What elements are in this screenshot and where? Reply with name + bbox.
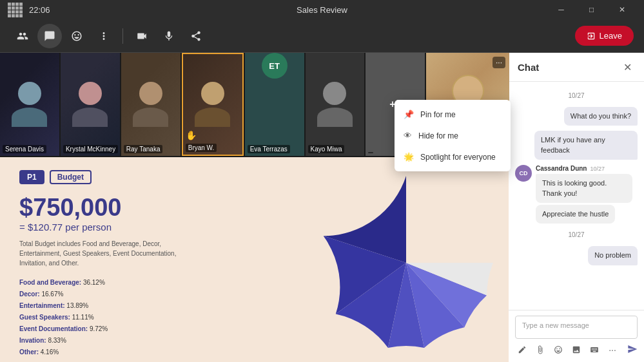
more-button[interactable] [92, 24, 116, 48]
msg-bubble-right-2: LMK if you have any feedback [534, 131, 638, 160]
pie-chart [319, 176, 493, 350]
camera-button[interactable] [130, 24, 154, 48]
spotlight-icon: 🌟 [404, 152, 414, 162]
keyboard-button[interactable] [587, 343, 601, 357]
msg-left-cassandra: CD Cassandra Dunn 10/27 This is looking … [515, 165, 638, 224]
item-food-label: Food and Beverage: [19, 279, 83, 286]
context-spotlight-label: Spotlight for everyone [420, 153, 496, 162]
msg-date-1: 10/27 [515, 92, 638, 99]
pie-chart-container [316, 170, 496, 356]
send-button[interactable] [627, 344, 638, 356]
item-speakers-label: Guest Speakers: [19, 314, 72, 321]
format-button[interactable] [515, 343, 529, 357]
attach-button[interactable] [533, 343, 547, 357]
item-decor-label: Decor: [19, 291, 41, 298]
context-hide[interactable]: 👁 Hide for me [395, 125, 511, 146]
item-invation-label: Invation: [19, 337, 48, 344]
participant-label-serena: Serena Davis [3, 145, 46, 153]
msg-bubble-right-3: No problem [588, 246, 638, 265]
msg-cassandra-1: This is looking good. Thank you! [536, 174, 632, 203]
item-other-label: Other: [19, 348, 41, 356]
hide-icon: 👁 [404, 131, 412, 140]
image-button[interactable] [569, 343, 583, 357]
participant-label-bryan: Bryan W. [186, 144, 217, 152]
divider [122, 28, 123, 44]
chat-input-area: Type a new message ··· [509, 310, 644, 362]
msg-cassandra-2: Appreciate the hustle [536, 205, 615, 224]
video-area: Serena Davis Krystal McKinney Ray Tanaka [0, 53, 509, 362]
chat-messages: 10/27 What do you think? LMK if you have… [509, 82, 644, 310]
participant-kayo[interactable]: Kayo Miwa [306, 53, 365, 156]
window-controls: ─ □ ✕ [547, 0, 636, 19]
chat-close-button[interactable]: ✕ [620, 59, 635, 75]
context-pin-label: Pin for me [420, 110, 456, 119]
more-tools-button[interactable]: ··· [605, 343, 620, 357]
participant-krystal[interactable]: Krystal McKinney [61, 53, 120, 156]
chat-input-box[interactable]: Type a new message [515, 316, 638, 339]
maximize-button[interactable]: □ [577, 0, 606, 19]
context-spotlight[interactable]: 🌟 Spotlight for everyone [395, 146, 511, 167]
msg-time-cassandra: 10/27 [590, 166, 605, 172]
chat-panel: Chat ✕ 10/27 What do you think? LMK if y… [509, 53, 644, 362]
participant-ray[interactable]: Ray Tanaka [121, 53, 181, 156]
pin-icon: 📌 [404, 110, 414, 119]
hand-raised-icon: ✋ [186, 130, 197, 140]
chat-header: Chat ✕ [509, 53, 644, 82]
msg-bubble-right-1: What do you think? [564, 107, 638, 126]
participant-eva[interactable]: ET Eva Terrazas [245, 53, 304, 156]
chat-placeholder: Type a new message [522, 321, 589, 329]
title-bar: 22:06 Sales Review ─ □ ✕ [0, 0, 644, 19]
controls-left [10, 24, 208, 48]
chat-button[interactable] [37, 24, 62, 48]
participant-label-krystal: Krystal McKinney [63, 145, 118, 153]
leave-button[interactable]: Leave [575, 26, 634, 46]
context-hide-label: Hide for me [418, 131, 458, 140]
participant-label-eva: Eva Terrazas [248, 145, 290, 153]
more-label [368, 152, 373, 153]
avatar-cassandra: CD [515, 165, 532, 182]
window-title: Sales Review [297, 5, 347, 15]
close-button[interactable]: ✕ [607, 0, 636, 19]
title-bar-left: 22:06 [8, 3, 50, 17]
leave-label: Leave [600, 31, 622, 41]
slide-content: P1 Budget $750,000 = $120.77 per person … [0, 157, 509, 362]
minimize-button[interactable]: ─ [547, 0, 576, 19]
emoji-button[interactable] [551, 343, 565, 357]
chat-toolbar: ··· [515, 343, 638, 357]
reactions-button[interactable] [64, 24, 89, 48]
msg-sender-cassandra: Cassandra Dunn [536, 165, 587, 172]
controls-bar: Leave [0, 19, 644, 53]
participant-label-ray: Ray Tanaka [124, 145, 163, 153]
teams-logo-icon [8, 3, 23, 17]
meeting-time: 22:06 [29, 5, 50, 15]
presentation-area: P1 Budget $750,000 = $120.77 per person … [0, 157, 509, 362]
featured-options-button[interactable]: ··· [493, 57, 505, 68]
participant-label-kayo: Kayo Miwa [308, 145, 345, 153]
badge-p1: P1 [19, 170, 44, 184]
participant-bryan[interactable]: ✋ Bryan W. [182, 53, 244, 156]
msg-left-content-cassandra: Cassandra Dunn 10/27 This is looking goo… [536, 165, 638, 224]
share-button[interactable] [184, 24, 208, 48]
item-documentation-label: Event Documentation: [19, 325, 90, 332]
item-entertainment-label: Entertainment: [19, 302, 66, 309]
msg-sender-row: Cassandra Dunn 10/27 [536, 165, 638, 172]
chat-title: Chat [518, 62, 539, 73]
avatar-eva: ET [262, 53, 288, 79]
participant-serena[interactable]: Serena Davis [0, 53, 59, 156]
badge-budget: Budget [50, 170, 92, 184]
msg-date-2: 10/27 [515, 231, 638, 238]
slide-description: Total Budget includes Food and Beverage,… [19, 239, 187, 268]
mic-button[interactable] [157, 24, 181, 48]
context-pin[interactable]: 📌 Pin for me [395, 104, 511, 125]
people-button[interactable] [10, 24, 35, 48]
context-menu: 📌 Pin for me 👁 Hide for me 🌟 Spotlight f… [395, 100, 511, 171]
main-area: Serena Davis Krystal McKinney Ray Tanaka [0, 53, 644, 362]
